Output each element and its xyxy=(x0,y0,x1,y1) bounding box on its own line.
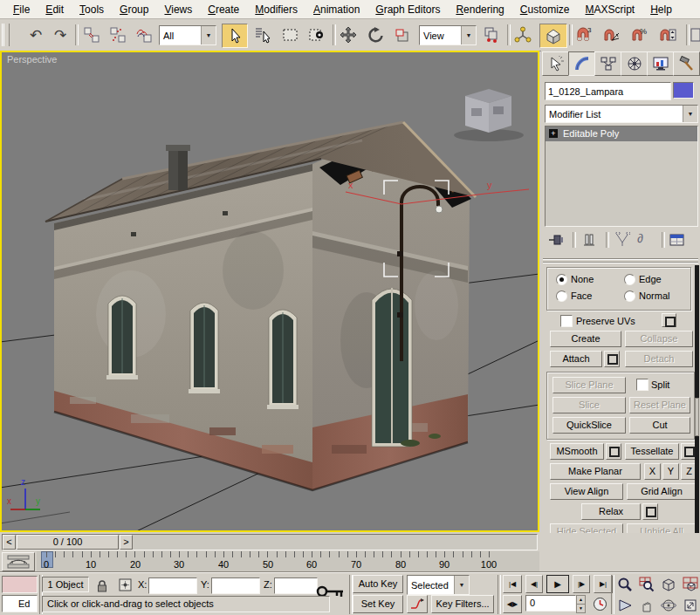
msmooth-settings-button[interactable] xyxy=(606,443,621,460)
cut-button[interactable]: Cut xyxy=(629,417,690,434)
menu-rendering[interactable]: Rendering xyxy=(448,2,511,17)
configure-modifier-sets-icon[interactable] xyxy=(669,232,686,248)
selection-filter-dropdown[interactable]: All ▼ xyxy=(159,25,216,45)
menu-graph-editors[interactable]: Graph Editors xyxy=(367,2,448,17)
keyboard-shortcut-override-toggle[interactable] xyxy=(539,24,567,48)
open-mini-curve-editor-button[interactable] xyxy=(2,552,35,571)
menu-modifiers[interactable]: Modifiers xyxy=(247,2,305,17)
object-color-swatch[interactable] xyxy=(673,82,694,99)
constraint-face-radio[interactable] xyxy=(556,290,567,302)
current-frame-field[interactable]: 0 xyxy=(525,595,576,612)
spin-up-icon[interactable]: ▲ xyxy=(576,595,586,605)
zoom-extents-button[interactable] xyxy=(657,574,679,594)
menu-views[interactable]: Views xyxy=(156,2,200,17)
chevron-down-icon[interactable]: ▼ xyxy=(683,106,697,122)
tab-display[interactable] xyxy=(647,51,674,76)
quickslice-button[interactable]: QuickSlice xyxy=(552,417,626,434)
preserve-uvs-checkbox[interactable] xyxy=(560,315,573,327)
snaps-toggle-3d-icon[interactable]: 3 xyxy=(573,24,595,46)
play-button[interactable]: ▶ xyxy=(546,575,569,593)
tab-utilities[interactable] xyxy=(673,51,700,76)
go-to-start-button[interactable]: |◀ xyxy=(503,575,522,593)
menu-create[interactable]: Create xyxy=(200,2,247,17)
rollout-scrollbar[interactable] xyxy=(695,265,699,567)
split-checkbox[interactable] xyxy=(636,379,649,391)
attach-button[interactable]: Attach xyxy=(550,351,602,367)
relax-button[interactable]: Relax xyxy=(581,503,641,520)
time-configuration-button[interactable] xyxy=(590,595,609,613)
timeline-ruler[interactable]: 0 10 20 30 40 50 60 70 80 90 100 xyxy=(37,551,539,572)
menu-group[interactable]: Group xyxy=(112,2,156,17)
select-by-name-icon[interactable] xyxy=(251,24,274,46)
window-crossing-toggle-icon[interactable] xyxy=(305,24,328,46)
make-planar-x-button[interactable]: X xyxy=(644,463,661,480)
tab-modify[interactable] xyxy=(568,51,595,76)
constraint-normal-radio[interactable] xyxy=(624,290,635,302)
modifier-stack-list[interactable]: + Editable Poly xyxy=(545,126,698,227)
spin-down-icon[interactable]: ▼ xyxy=(576,605,586,613)
chevron-down-icon[interactable]: ▼ xyxy=(461,26,476,44)
undo-icon[interactable]: ↶ xyxy=(24,24,47,46)
chevron-down-icon[interactable]: ▼ xyxy=(201,26,216,44)
toolbar-drag-handle[interactable] xyxy=(2,24,10,46)
zoom-extents-all-button[interactable] xyxy=(679,574,700,594)
box-object[interactable] xyxy=(454,89,524,141)
select-and-rotate-icon[interactable] xyxy=(365,24,388,46)
modifier-list-dropdown[interactable]: Modifier List ▼ xyxy=(545,105,698,123)
x-coordinate-field[interactable] xyxy=(148,577,197,594)
arc-rotate-button[interactable] xyxy=(657,595,679,615)
time-slider-prev-button[interactable]: < xyxy=(3,535,16,550)
relax-settings-button[interactable] xyxy=(642,503,658,520)
go-to-end-button[interactable]: ▶| xyxy=(594,575,613,593)
pan-button[interactable] xyxy=(635,595,657,615)
tessellate-button[interactable]: Tessellate xyxy=(625,443,679,460)
select-and-scale-icon[interactable] xyxy=(391,24,414,46)
select-and-move-icon[interactable] xyxy=(337,24,360,46)
time-slider-next-button[interactable]: > xyxy=(120,535,133,550)
perspective-viewport[interactable]: x y x y z xyxy=(0,51,539,532)
house-model[interactable] xyxy=(45,122,476,490)
stack-expand-icon[interactable]: + xyxy=(549,129,558,138)
tab-create[interactable] xyxy=(542,51,569,76)
create-button[interactable]: Create xyxy=(550,331,621,347)
redo-icon[interactable]: ↷ xyxy=(49,24,72,46)
maxscript-listener-field[interactable]: Ed xyxy=(2,595,38,612)
use-pivot-point-center-icon[interactable] xyxy=(480,24,503,46)
menu-customize[interactable]: Customize xyxy=(512,2,578,17)
bind-to-space-warp-icon[interactable] xyxy=(133,24,155,46)
next-frame-button[interactable]: |▶ xyxy=(573,575,590,593)
pin-stack-icon[interactable] xyxy=(548,232,566,248)
selection-lock-toggle[interactable] xyxy=(93,577,112,593)
rectangular-selection-region-icon[interactable] xyxy=(279,24,302,46)
absolute-offset-mode-toggle[interactable] xyxy=(115,577,134,593)
maximize-viewport-toggle[interactable] xyxy=(679,595,700,615)
menu-tools[interactable]: Tools xyxy=(72,2,112,17)
spinner-snap-toggle-icon[interactable] xyxy=(656,24,679,46)
key-filter-scope-dropdown[interactable]: Selected ▼ xyxy=(407,575,470,595)
constraint-edge-radio[interactable] xyxy=(624,274,635,285)
zoom-all-button[interactable] xyxy=(635,574,657,594)
percent-snap-toggle-icon[interactable]: % xyxy=(628,24,651,46)
key-filters-button[interactable]: Key Filters... xyxy=(431,595,494,613)
make-planar-button[interactable]: Make Planar xyxy=(550,463,641,480)
msmooth-button[interactable]: MSmooth xyxy=(550,443,604,460)
view-align-button[interactable]: View Align xyxy=(550,483,623,500)
unlink-selection-icon[interactable] xyxy=(106,24,129,46)
time-slider-handle[interactable]: 0 / 100 xyxy=(17,535,119,550)
attach-settings-button[interactable] xyxy=(604,351,620,367)
scrollbar-thumb[interactable] xyxy=(695,398,699,436)
menu-maxscript[interactable]: MAXScript xyxy=(578,2,643,17)
frame-spinner[interactable]: ▲ ▼ xyxy=(576,595,586,612)
angle-snap-toggle-icon[interactable] xyxy=(600,24,623,46)
object-name-field[interactable] xyxy=(545,82,671,100)
default-in-out-tangents-button[interactable] xyxy=(407,595,428,613)
menu-file[interactable]: File xyxy=(5,2,38,17)
field-of-view-button[interactable] xyxy=(614,595,635,615)
z-coordinate-field[interactable] xyxy=(274,577,318,594)
reference-coordinate-system-dropdown[interactable]: View ▼ xyxy=(419,25,477,45)
tab-hierarchy[interactable] xyxy=(594,51,621,76)
viewport-scene[interactable]: x y x y z xyxy=(2,52,538,530)
clipped-toolbar-icon[interactable] xyxy=(690,24,700,46)
menu-animation[interactable]: Animation xyxy=(305,2,367,17)
make-planar-y-button[interactable]: Y xyxy=(662,463,679,480)
